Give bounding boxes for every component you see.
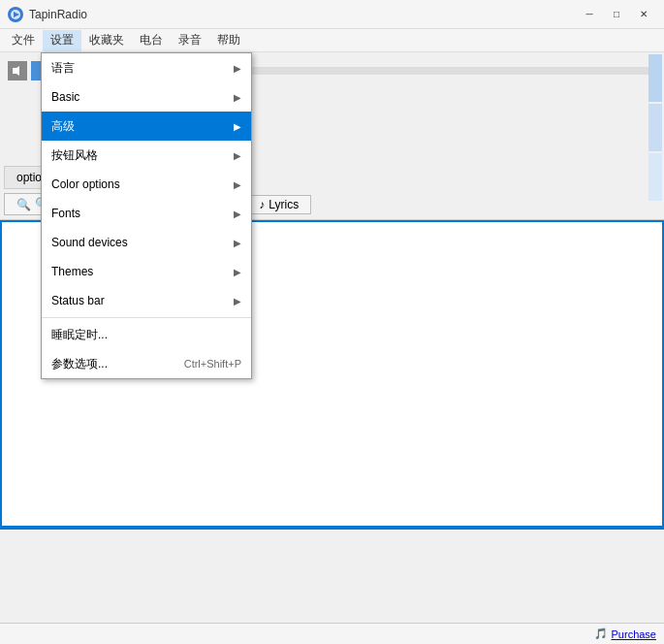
menu-item-sleep-timer[interactable]: 睡眠定时... — [42, 320, 251, 349]
menu-favorites[interactable]: 收藏夹 — [81, 30, 132, 51]
menu-settings[interactable]: 设置 — [43, 30, 81, 51]
menu-item-language[interactable]: 语言 ▶ — [42, 53, 251, 82]
right-strip — [647, 52, 664, 203]
lyrics-button[interactable]: ♪ Lyrics — [246, 195, 311, 214]
menu-item-params[interactable]: 参数选项... Ctrl+Shift+P — [42, 349, 251, 378]
menu-bar: 文件 设置 收藏夹 电台 录音 帮助 — [0, 29, 664, 52]
menu-item-status-bar[interactable]: Status bar ▶ — [42, 286, 251, 315]
svg-marker-2 — [13, 66, 19, 76]
app-title: TapinRadio — [29, 8, 577, 21]
status-bar: 🎵 Purchase — [0, 623, 664, 644]
menu-item-themes[interactable]: Themes ▶ — [42, 257, 251, 286]
app-icon — [8, 7, 23, 22]
purchase-icon: 🎵 — [594, 628, 608, 640]
menu-item-sound-devices[interactable]: Sound devices ▶ — [42, 228, 251, 257]
arrow-icon: ▶ — [234, 92, 241, 103]
menu-divider — [42, 317, 251, 318]
minimize-button[interactable]: ─ — [577, 5, 602, 24]
strip-bar-2 — [648, 104, 662, 151]
menu-item-color-options[interactable]: Color options ▶ — [42, 170, 251, 199]
window-controls: ─ □ ✕ — [577, 5, 656, 24]
arrow-icon: ▶ — [234, 150, 241, 161]
settings-dropdown: 语言 ▶ Basic ▶ 高级 ▶ 按钮风格 ▶ Color options ▶… — [41, 52, 252, 379]
menu-item-advanced[interactable]: 高级 ▶ — [42, 112, 251, 141]
arrow-icon: ▶ — [234, 63, 241, 74]
strip-bar-3 — [648, 153, 662, 201]
menu-item-basic[interactable]: Basic ▶ — [42, 82, 251, 112]
lyrics-icon: ♪ — [259, 198, 265, 211]
arrow-icon: ▶ — [234, 121, 241, 132]
menu-file[interactable]: 文件 — [4, 30, 43, 51]
purchase-link[interactable]: 🎵 Purchase — [594, 628, 656, 640]
menu-item-button-style[interactable]: 按钮风格 ▶ — [42, 141, 251, 170]
menu-record[interactable]: 录音 — [171, 30, 209, 51]
arrow-icon: ▶ — [234, 296, 241, 306]
arrow-icon: ▶ — [234, 209, 241, 219]
strip-bar-1 — [648, 54, 662, 102]
maximize-button[interactable]: □ — [604, 5, 629, 24]
menu-radio[interactable]: 电台 — [132, 30, 171, 51]
arrow-icon: ▶ — [234, 238, 241, 248]
bottom-strip: 🎵 Purchase — [0, 528, 664, 644]
arrow-icon: ▶ — [234, 267, 241, 277]
arrow-icon: ▶ — [234, 179, 241, 190]
volume-icon — [8, 61, 27, 80]
menu-item-fonts[interactable]: Fonts ▶ — [42, 199, 251, 228]
title-bar: TapinRadio ─ □ ✕ — [0, 0, 664, 29]
close-button[interactable]: ✕ — [631, 5, 656, 24]
search-icon: 🔍 — [16, 198, 31, 211]
menu-help[interactable]: 帮助 — [209, 30, 248, 51]
